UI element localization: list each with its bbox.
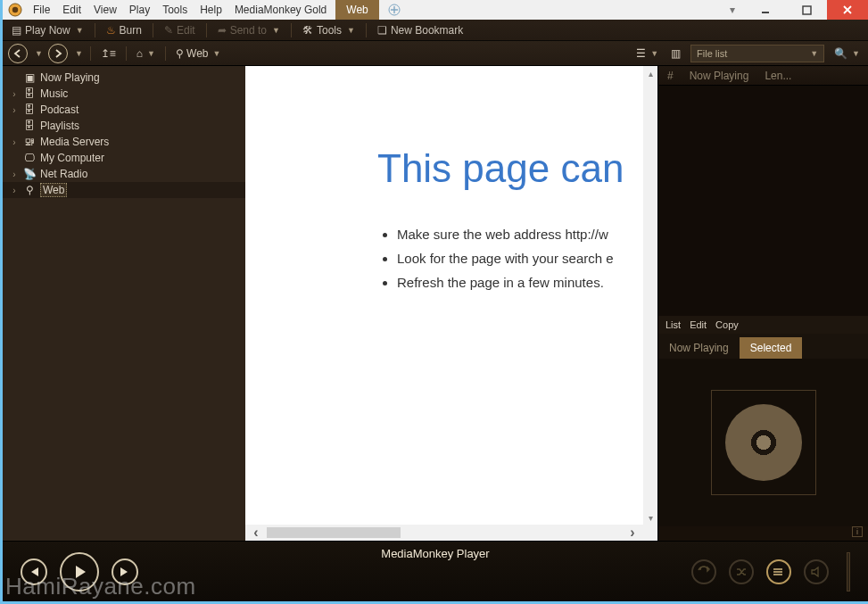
forward-button[interactable] <box>48 44 68 63</box>
maximize-button[interactable] <box>786 0 827 20</box>
volume-button[interactable] <box>804 559 829 584</box>
tree-media-servers[interactable]: ›🖳Media Servers <box>3 134 245 150</box>
col-now-playing[interactable]: Now Playing <box>690 70 749 82</box>
chevron-down-icon: ▼ <box>810 49 818 58</box>
play-button[interactable] <box>60 552 99 592</box>
chevron-right-icon[interactable]: › <box>10 170 19 179</box>
tree-label: Music <box>40 87 68 100</box>
minimize-button[interactable] <box>745 0 786 20</box>
tree-podcast[interactable]: ›🗄Podcast <box>3 102 245 118</box>
burn-icon: ♨ <box>106 24 116 37</box>
menu-brand[interactable]: MediaMonkey Gold <box>229 2 332 18</box>
app-logo-icon <box>6 1 24 19</box>
tab-web[interactable]: Web <box>335 0 378 20</box>
scroll-down-icon[interactable]: ▾ <box>643 510 657 525</box>
search-button[interactable]: 🔍▼ <box>831 46 863 62</box>
play-now-label: Play Now <box>25 24 70 37</box>
artmenu-edit[interactable]: Edit <box>690 319 707 330</box>
view-columns-button[interactable]: ▥ <box>668 46 683 62</box>
menu-edit[interactable]: Edit <box>57 2 87 18</box>
tools-label: Tools <box>317 24 342 37</box>
player-right-controls <box>691 552 850 592</box>
window-controls: ▾ <box>720 0 868 20</box>
horizontal-scrollbar[interactable]: ‹ › <box>245 525 643 541</box>
tree-my-computer[interactable]: 🖵My Computer <box>3 150 245 166</box>
info-icon[interactable]: i <box>852 526 863 537</box>
scroll-thumb[interactable] <box>267 527 401 538</box>
back-history-dropdown[interactable]: ▼ <box>35 49 43 58</box>
up-level-button[interactable]: ↥≡ <box>98 46 119 62</box>
artmenu-list[interactable]: List <box>665 319 681 330</box>
tree-now-playing[interactable]: ▣Now Playing <box>3 70 245 86</box>
tree-label: My Computer <box>40 152 104 164</box>
back-button[interactable] <box>8 44 28 63</box>
menu-file[interactable]: File <box>28 2 55 18</box>
playlist-button[interactable] <box>766 559 791 584</box>
next-track-button[interactable] <box>112 558 138 585</box>
art-tabs: Now Playing Selected <box>658 334 868 359</box>
menu-tools[interactable]: Tools <box>157 2 193 18</box>
breadcrumb-label: Web <box>186 47 208 60</box>
tree-web[interactable]: ›⚲Web <box>3 182 245 198</box>
tree-label: Web <box>40 183 67 197</box>
tab-selected[interactable]: Selected <box>740 337 803 359</box>
tree-music[interactable]: ›🗄Music <box>3 86 245 102</box>
breadcrumb-web[interactable]: ⚲ Web ▼ <box>173 46 223 62</box>
tree-playlists[interactable]: 🗄Playlists <box>3 118 245 134</box>
art-menubar: List Edit Copy <box>658 316 868 334</box>
play-now-button[interactable]: ▤ Play Now ▼ <box>6 22 89 38</box>
chevron-down-icon: ▼ <box>650 49 658 58</box>
tools-button[interactable]: 🛠 Tools ▼ <box>297 22 360 38</box>
chevron-down-icon: ▼ <box>347 26 355 35</box>
separator <box>291 23 292 37</box>
scroll-left-icon[interactable]: ‹ <box>245 525 267 541</box>
home-button[interactable]: ⌂▼ <box>134 46 158 62</box>
chevron-right-icon[interactable]: › <box>10 89 19 99</box>
forward-history-dropdown[interactable]: ▼ <box>75 49 83 58</box>
artmenu-copy[interactable]: Copy <box>715 319 739 330</box>
col-length[interactable]: Len... <box>765 70 791 82</box>
separator <box>366 23 367 37</box>
close-button[interactable] <box>827 0 868 20</box>
app-window: File Edit View Play Tools Help MediaMonk… <box>3 0 868 601</box>
scroll-up-icon[interactable]: ▴ <box>643 66 657 80</box>
shuffle-button[interactable] <box>729 559 754 584</box>
volume-slider[interactable] <box>847 552 850 592</box>
globe-icon: ⚲ <box>22 184 37 196</box>
add-tab-button[interactable] <box>384 0 404 20</box>
scroll-right-icon[interactable]: › <box>622 525 643 541</box>
menu-view[interactable]: View <box>88 2 122 18</box>
bookmark-icon: ❏ <box>377 24 387 37</box>
music-icon: 🗄 <box>22 87 37 100</box>
prev-track-button[interactable] <box>21 558 47 585</box>
scroll-track[interactable] <box>267 525 622 541</box>
burn-button[interactable]: ♨ Burn <box>101 22 147 38</box>
disc-icon <box>725 404 802 481</box>
menu-play[interactable]: Play <box>124 2 155 18</box>
globe-icon: ⚲ <box>176 47 184 60</box>
chevron-down-icon: ▼ <box>147 49 155 58</box>
up-icon: ↥≡ <box>101 47 116 60</box>
new-bookmark-button[interactable]: ❏ New Bookmark <box>372 22 468 38</box>
filelist-dropdown[interactable]: File list ▼ <box>690 45 824 62</box>
tree-net-radio[interactable]: ›📡Net Radio <box>3 166 245 182</box>
view-list-button[interactable]: ☰▼ <box>633 46 661 62</box>
search-icon: 🔍 <box>834 47 847 60</box>
repeat-button[interactable] <box>691 559 716 584</box>
chevron-down-icon[interactable]: ▾ <box>720 0 745 20</box>
menu-help[interactable]: Help <box>194 2 227 18</box>
nav-tree: ▣Now Playing ›🗄Music ›🗄Podcast 🗄Playlist… <box>3 66 245 541</box>
vertical-scrollbar[interactable]: ▴ ▾ <box>643 66 657 525</box>
edit-button: ✎ Edit <box>159 22 201 38</box>
nav-toolbar: ▼ ▼ ↥≡ ⌂▼ ⚲ Web ▼ ☰▼ ▥ File list ▼ 🔍▼ <box>3 41 868 66</box>
tab-now-playing[interactable]: Now Playing <box>658 337 740 359</box>
separator <box>90 46 91 61</box>
chevron-right-icon[interactable]: › <box>10 137 19 147</box>
main-toolbar: ▤ Play Now ▼ ♨ Burn ✎ Edit ➦ Send to ▼ 🛠… <box>3 20 868 41</box>
chevron-right-icon[interactable]: › <box>10 105 19 115</box>
col-number[interactable]: # <box>667 70 674 82</box>
send-to-button: ➦ Send to ▼ <box>212 22 285 38</box>
burn-label: Burn <box>120 24 142 37</box>
now-playing-icon: ▣ <box>22 71 37 84</box>
chevron-right-icon[interactable]: › <box>10 186 19 195</box>
